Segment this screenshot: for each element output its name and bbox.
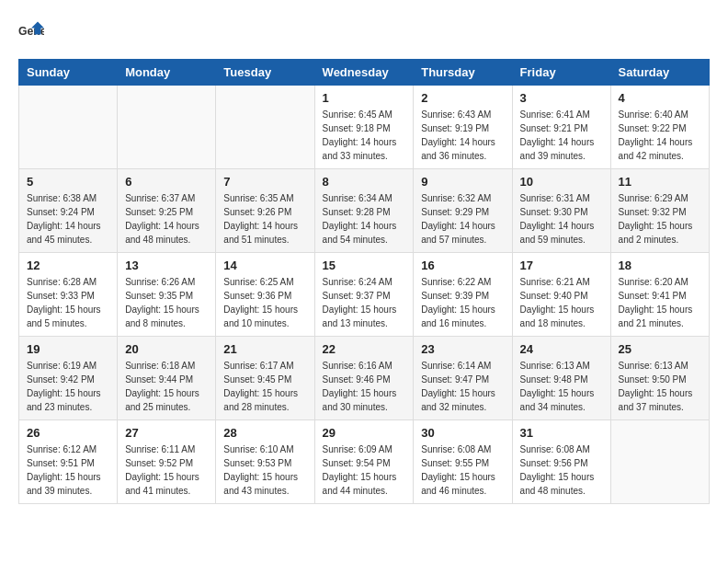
day-number: 31 <box>520 426 603 440</box>
day-info: Sunrise: 6:43 AM Sunset: 9:19 PM Dayligh… <box>421 108 504 163</box>
column-header-friday: Friday <box>512 60 610 86</box>
day-info: Sunrise: 6:17 AM Sunset: 9:45 PM Dayligh… <box>223 359 306 414</box>
calendar-week-row: 1Sunrise: 6:45 AM Sunset: 9:18 PM Daylig… <box>19 86 710 169</box>
calendar-cell: 16Sunrise: 6:22 AM Sunset: 9:39 PM Dayli… <box>414 253 512 337</box>
column-header-wednesday: Wednesday <box>314 60 414 86</box>
day-number: 5 <box>27 175 109 189</box>
day-info: Sunrise: 6:12 AM Sunset: 9:51 PM Dayligh… <box>27 442 109 498</box>
calendar-cell: 7Sunrise: 6:35 AM Sunset: 9:26 PM Daylig… <box>216 169 314 253</box>
day-info: Sunrise: 6:13 AM Sunset: 9:48 PM Dayligh… <box>520 359 603 414</box>
column-header-thursday: Thursday <box>414 60 512 86</box>
calendar-week-row: 19Sunrise: 6:19 AM Sunset: 9:42 PM Dayli… <box>19 337 710 420</box>
day-number: 6 <box>125 175 208 189</box>
day-info: Sunrise: 6:26 AM Sunset: 9:35 PM Dayligh… <box>125 275 208 330</box>
calendar-week-row: 12Sunrise: 6:28 AM Sunset: 9:33 PM Dayli… <box>19 253 710 337</box>
day-info: Sunrise: 6:40 AM Sunset: 9:22 PM Dayligh… <box>619 108 701 163</box>
day-number: 8 <box>323 175 406 189</box>
calendar-cell: 2Sunrise: 6:43 AM Sunset: 9:19 PM Daylig… <box>414 86 512 169</box>
day-info: Sunrise: 6:37 AM Sunset: 9:25 PM Dayligh… <box>125 191 208 247</box>
day-number: 19 <box>27 342 109 356</box>
day-info: Sunrise: 6:34 AM Sunset: 9:28 PM Dayligh… <box>323 191 406 247</box>
day-info: Sunrise: 6:31 AM Sunset: 9:30 PM Dayligh… <box>520 191 603 247</box>
day-number: 4 <box>619 91 701 105</box>
day-number: 10 <box>520 175 603 189</box>
calendar-week-row: 5Sunrise: 6:38 AM Sunset: 9:24 PM Daylig… <box>19 169 710 253</box>
calendar-cell <box>19 86 118 169</box>
day-number: 25 <box>619 342 701 356</box>
calendar-header-row: SundayMondayTuesdayWednesdayThursdayFrid… <box>19 60 710 86</box>
calendar-cell: 24Sunrise: 6:13 AM Sunset: 9:48 PM Dayli… <box>512 337 610 420</box>
calendar-cell: 9Sunrise: 6:32 AM Sunset: 9:29 PM Daylig… <box>414 169 512 253</box>
calendar-cell: 27Sunrise: 6:11 AM Sunset: 9:52 PM Dayli… <box>118 420 216 504</box>
calendar-cell: 21Sunrise: 6:17 AM Sunset: 9:45 PM Dayli… <box>216 337 314 420</box>
day-number: 3 <box>520 91 603 105</box>
day-number: 11 <box>619 175 701 189</box>
day-info: Sunrise: 6:09 AM Sunset: 9:54 PM Dayligh… <box>323 442 406 498</box>
day-info: Sunrise: 6:45 AM Sunset: 9:18 PM Dayligh… <box>323 108 406 163</box>
day-number: 18 <box>619 259 701 272</box>
calendar-cell: 12Sunrise: 6:28 AM Sunset: 9:33 PM Dayli… <box>19 253 118 337</box>
day-info: Sunrise: 6:16 AM Sunset: 9:46 PM Dayligh… <box>323 359 406 414</box>
calendar-cell: 13Sunrise: 6:26 AM Sunset: 9:35 PM Dayli… <box>118 253 216 337</box>
calendar-cell: 17Sunrise: 6:21 AM Sunset: 9:40 PM Dayli… <box>512 253 610 337</box>
calendar-cell: 18Sunrise: 6:20 AM Sunset: 9:41 PM Dayli… <box>610 253 709 337</box>
day-info: Sunrise: 6:32 AM Sunset: 9:29 PM Dayligh… <box>421 191 504 247</box>
calendar-cell: 25Sunrise: 6:13 AM Sunset: 9:50 PM Dayli… <box>610 337 709 420</box>
day-number: 27 <box>125 426 208 440</box>
calendar-cell: 4Sunrise: 6:40 AM Sunset: 9:22 PM Daylig… <box>610 86 709 169</box>
logo-icon: General <box>18 18 44 44</box>
day-info: Sunrise: 6:14 AM Sunset: 9:47 PM Dayligh… <box>421 359 504 414</box>
day-number: 1 <box>323 91 406 105</box>
day-info: Sunrise: 6:10 AM Sunset: 9:53 PM Dayligh… <box>223 442 306 498</box>
day-number: 14 <box>223 259 306 272</box>
calendar-cell: 30Sunrise: 6:08 AM Sunset: 9:55 PM Dayli… <box>414 420 512 504</box>
day-number: 7 <box>223 175 306 189</box>
day-info: Sunrise: 6:08 AM Sunset: 9:56 PM Dayligh… <box>520 442 603 498</box>
day-number: 13 <box>125 259 208 272</box>
column-header-tuesday: Tuesday <box>216 60 314 86</box>
calendar-cell: 26Sunrise: 6:12 AM Sunset: 9:51 PM Dayli… <box>19 420 118 504</box>
day-info: Sunrise: 6:19 AM Sunset: 9:42 PM Dayligh… <box>27 359 109 414</box>
day-number: 9 <box>421 175 504 189</box>
calendar-cell: 1Sunrise: 6:45 AM Sunset: 9:18 PM Daylig… <box>314 86 414 169</box>
calendar-cell: 8Sunrise: 6:34 AM Sunset: 9:28 PM Daylig… <box>314 169 414 253</box>
day-number: 12 <box>27 259 109 272</box>
column-header-saturday: Saturday <box>610 60 709 86</box>
column-header-sunday: Sunday <box>19 60 118 86</box>
day-number: 21 <box>223 342 306 356</box>
calendar-cell: 23Sunrise: 6:14 AM Sunset: 9:47 PM Dayli… <box>414 337 512 420</box>
day-info: Sunrise: 6:20 AM Sunset: 9:41 PM Dayligh… <box>619 275 701 330</box>
day-number: 17 <box>520 259 603 272</box>
day-number: 29 <box>323 426 406 440</box>
day-number: 24 <box>520 342 603 356</box>
column-header-monday: Monday <box>118 60 216 86</box>
calendar-cell: 11Sunrise: 6:29 AM Sunset: 9:32 PM Dayli… <box>610 169 709 253</box>
day-info: Sunrise: 6:25 AM Sunset: 9:36 PM Dayligh… <box>223 275 306 330</box>
day-number: 2 <box>421 91 504 105</box>
calendar-cell: 20Sunrise: 6:18 AM Sunset: 9:44 PM Dayli… <box>118 337 216 420</box>
calendar: SundayMondayTuesdayWednesdayThursdayFrid… <box>18 59 710 504</box>
day-info: Sunrise: 6:22 AM Sunset: 9:39 PM Dayligh… <box>421 275 504 330</box>
day-info: Sunrise: 6:35 AM Sunset: 9:26 PM Dayligh… <box>223 191 306 247</box>
calendar-cell <box>118 86 216 169</box>
day-info: Sunrise: 6:08 AM Sunset: 9:55 PM Dayligh… <box>421 442 504 498</box>
calendar-cell: 6Sunrise: 6:37 AM Sunset: 9:25 PM Daylig… <box>118 169 216 253</box>
day-info: Sunrise: 6:13 AM Sunset: 9:50 PM Dayligh… <box>619 359 701 414</box>
calendar-cell: 29Sunrise: 6:09 AM Sunset: 9:54 PM Dayli… <box>314 420 414 504</box>
day-number: 16 <box>421 259 504 272</box>
day-number: 30 <box>421 426 504 440</box>
day-info: Sunrise: 6:24 AM Sunset: 9:37 PM Dayligh… <box>323 275 406 330</box>
calendar-cell: 19Sunrise: 6:19 AM Sunset: 9:42 PM Dayli… <box>19 337 118 420</box>
day-info: Sunrise: 6:18 AM Sunset: 9:44 PM Dayligh… <box>125 359 208 414</box>
day-info: Sunrise: 6:11 AM Sunset: 9:52 PM Dayligh… <box>125 442 208 498</box>
calendar-cell: 14Sunrise: 6:25 AM Sunset: 9:36 PM Dayli… <box>216 253 314 337</box>
day-info: Sunrise: 6:21 AM Sunset: 9:40 PM Dayligh… <box>520 275 603 330</box>
day-number: 20 <box>125 342 208 356</box>
day-number: 23 <box>421 342 504 356</box>
calendar-cell: 15Sunrise: 6:24 AM Sunset: 9:37 PM Dayli… <box>314 253 414 337</box>
logo: General <box>18 18 48 44</box>
calendar-cell: 10Sunrise: 6:31 AM Sunset: 9:30 PM Dayli… <box>512 169 610 253</box>
day-number: 15 <box>323 259 406 272</box>
day-number: 26 <box>27 426 109 440</box>
calendar-cell: 5Sunrise: 6:38 AM Sunset: 9:24 PM Daylig… <box>19 169 118 253</box>
